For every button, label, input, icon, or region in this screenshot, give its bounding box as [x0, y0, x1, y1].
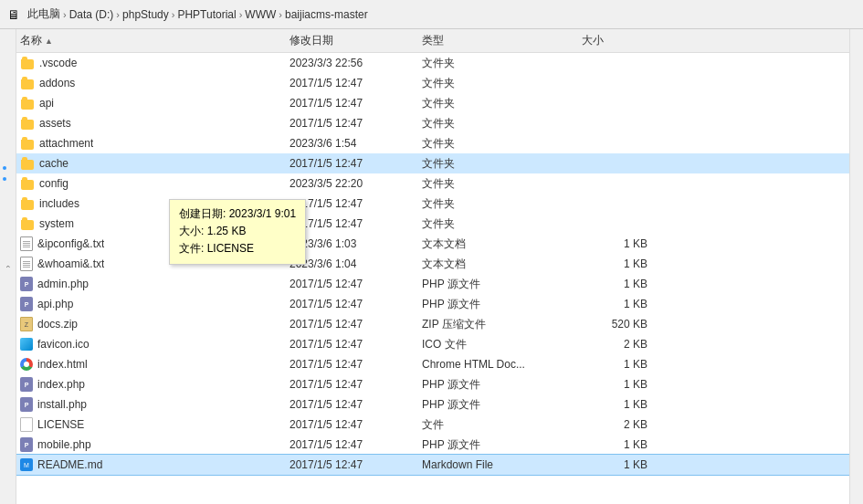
cell-name: assets — [20, 117, 289, 130]
right-scrollbar[interactable] — [849, 29, 863, 504]
table-row[interactable]: cache 2017/1/5 12:47 文件夹 — [16, 153, 849, 173]
cell-name: M README.md — [20, 458, 289, 471]
table-row[interactable]: &whoami&.txt 2023/3/6 1:04 文本文档 1 KB — [16, 254, 849, 274]
table-row[interactable]: assets 2017/1/5 12:47 文件夹 — [16, 113, 849, 133]
sort-arrow-name: ▲ — [45, 37, 53, 46]
path-part-computer[interactable]: 此电脑 — [27, 6, 60, 22]
tooltip-file-line: 文件: LICENSE — [179, 240, 296, 257]
cell-name: P admin.php — [20, 277, 289, 291]
file-name-label: docs.zip — [37, 318, 78, 331]
main-layout: ‹ 名称 ▲ 修改日期 类型 大小 .vscode 2023/3/3 22:56… — [0, 29, 863, 504]
table-row[interactable]: P index.php 2017/1/5 12:47 PHP 源文件 1 KB — [16, 374, 849, 394]
cell-date: 2017/1/5 12:47 — [289, 438, 422, 451]
address-bar: 🖥 此电脑 › Data (D:) › phpStudy › PHPTutori… — [0, 0, 863, 29]
table-row[interactable]: attachment 2023/3/6 1:54 文件夹 — [16, 133, 849, 153]
cell-type: 文件夹 — [422, 196, 582, 212]
cell-size: 1 KB — [582, 438, 655, 451]
table-row[interactable]: P admin.php 2017/1/5 12:47 PHP 源文件 1 KB — [16, 274, 849, 294]
folder-icon — [20, 77, 35, 89]
cell-date: 2017/1/5 12:47 — [289, 157, 422, 170]
table-row[interactable]: &ipconfig&.txt 2023/3/6 1:03 文本文档 1 KB — [16, 234, 849, 254]
cell-name: favicon.ico — [20, 338, 289, 351]
cell-date: 2023/3/3 22:56 — [289, 57, 422, 69]
file-rows-container: .vscode 2023/3/3 22:56 文件夹 addons 2017/1… — [16, 53, 849, 475]
file-name-label: api.php — [37, 298, 73, 310]
table-row[interactable]: .vscode 2023/3/3 22:56 文件夹 — [16, 53, 849, 73]
sidebar-collapse-arrow[interactable]: ‹ — [4, 266, 13, 268]
file-name-label: admin.php — [37, 278, 89, 290]
file-name-label: assets — [39, 117, 71, 130]
path-part-www[interactable]: WWW — [245, 8, 276, 21]
left-sidebar: ‹ — [0, 29, 16, 504]
cell-size: 1 KB — [582, 298, 655, 310]
cell-date: 2017/1/5 12:47 — [289, 117, 422, 130]
cell-date: 2017/1/5 12:47 — [289, 197, 422, 210]
cell-type: Chrome HTML Doc... — [422, 358, 582, 371]
folder-icon — [20, 197, 35, 210]
path-part-drive[interactable]: Data (D:) — [69, 8, 114, 21]
cell-type: 文件夹 — [422, 136, 582, 152]
cell-type: PHP 源文件 — [422, 377, 582, 393]
file-name-label: LICENSE — [37, 418, 84, 431]
cell-size: 1 KB — [582, 257, 655, 270]
table-row[interactable]: index.html 2017/1/5 12:47 Chrome HTML Do… — [16, 354, 849, 374]
tooltip-size-label: 大小: — [179, 225, 204, 237]
table-row[interactable]: P install.php 2017/1/5 12:47 PHP 源文件 1 K… — [16, 394, 849, 415]
tooltip-created-value: 2023/3/1 9:01 — [229, 207, 296, 220]
table-row[interactable]: P mobile.php 2017/1/5 12:47 PHP 源文件 1 KB — [16, 435, 849, 455]
cell-type: ICO 文件 — [422, 337, 582, 352]
table-row[interactable]: addons 2017/1/5 12:47 文件夹 — [16, 73, 849, 93]
txt-icon — [20, 257, 33, 271]
php-icon: P — [20, 397, 33, 412]
cell-name: cache — [20, 157, 289, 170]
file-name-label: config — [39, 177, 68, 190]
cell-type: Markdown File — [422, 458, 582, 471]
cell-size: 1 KB — [582, 458, 655, 471]
cell-date: 2017/1/5 12:47 — [289, 418, 422, 431]
table-row[interactable]: api 2017/1/5 12:47 文件夹 — [16, 93, 849, 113]
cell-date: 2017/1/5 12:47 — [289, 217, 422, 230]
folder-icon — [20, 157, 35, 170]
table-row[interactable]: P api.php 2017/1/5 12:47 PHP 源文件 1 KB — [16, 294, 849, 314]
table-row[interactable]: includes 2017/1/5 12:47 文件夹 — [16, 194, 849, 214]
table-row[interactable]: LICENSE 2017/1/5 12:47 文件 2 KB — [16, 415, 849, 435]
table-row[interactable]: M README.md 2017/1/5 12:47 Markdown File… — [16, 455, 849, 475]
cell-date: 2017/1/5 12:47 — [289, 458, 422, 471]
cell-date: 2017/1/5 12:47 — [289, 358, 422, 371]
header-size[interactable]: 大小 — [582, 33, 655, 48]
cell-date: 2017/1/5 12:47 — [289, 338, 422, 351]
header-type[interactable]: 类型 — [422, 33, 582, 48]
md-icon: M — [20, 458, 33, 471]
nav-indicator-2 — [3, 177, 6, 181]
cell-type: 文件夹 — [422, 96, 582, 111]
folder-icon — [20, 177, 35, 190]
cell-type: 文件夹 — [422, 56, 582, 71]
ico-icon — [20, 338, 33, 351]
cell-name: P api.php — [20, 297, 289, 311]
table-row[interactable]: favicon.ico 2017/1/5 12:47 ICO 文件 2 KB — [16, 334, 849, 354]
cell-name: P index.php — [20, 377, 289, 392]
path-part-phpstudy[interactable]: phpStudy — [122, 8, 169, 21]
breadcrumb: 此电脑 › Data (D:) › phpStudy › PHPTutorial… — [27, 6, 368, 22]
tooltip-file-value: LICENSE — [207, 242, 254, 255]
html-icon — [20, 358, 33, 371]
file-name-label: index.html — [37, 358, 88, 371]
cell-type: 文本文档 — [422, 257, 582, 272]
header-name[interactable]: 名称 ▲ — [20, 33, 289, 48]
file-name-label: README.md — [37, 458, 102, 471]
tooltip-file-label: 文件: — [179, 242, 204, 255]
table-row[interactable]: system 2017/1/5 12:47 文件夹 — [16, 214, 849, 234]
file-name-label: &ipconfig&.txt — [37, 237, 104, 250]
cell-date: 2023/3/6 1:54 — [289, 137, 422, 150]
table-row[interactable]: Z docs.zip 2017/1/5 12:47 ZIP 压缩文件 520 K… — [16, 314, 849, 334]
header-date[interactable]: 修改日期 — [289, 33, 422, 48]
path-part-baijiacms[interactable]: baijiacms-master — [285, 8, 368, 21]
file-name-label: install.php — [37, 398, 87, 411]
path-part-phptutorial[interactable]: PHPTutorial — [177, 8, 236, 21]
cell-name: P install.php — [20, 397, 289, 412]
cell-date: 2017/1/5 12:47 — [289, 278, 422, 290]
file-name-label: api — [39, 97, 54, 110]
table-row[interactable]: config 2023/3/5 22:20 文件夹 — [16, 173, 849, 194]
cell-size: 1 KB — [582, 237, 655, 250]
folder-icon — [20, 137, 35, 150]
